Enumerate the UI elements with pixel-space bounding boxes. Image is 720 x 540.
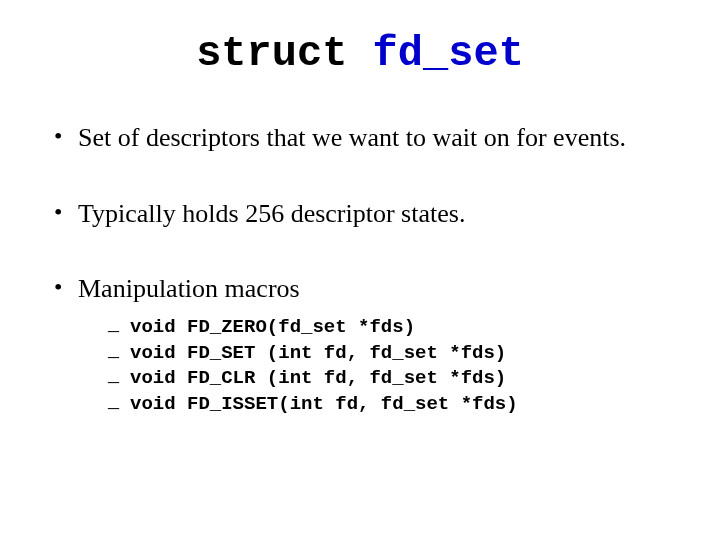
title-keyword: struct — [196, 30, 347, 78]
bullet-item: Typically holds 256 descriptor states. — [50, 198, 670, 230]
macro-list: void FD_ZERO(fd_set *fds) void FD_SET (i… — [78, 315, 670, 418]
title-identifier: fd_set — [373, 30, 524, 78]
macro-item: void FD_ISSET(int fd, fd_set *fds) — [108, 392, 670, 418]
macro-item: void FD_SET (int fd, fd_set *fds) — [108, 341, 670, 367]
slide-title: struct fd_set — [50, 30, 670, 78]
bullet-text: Manipulation macros — [78, 274, 300, 303]
bullet-text: Set of descriptors that we want to wait … — [78, 123, 626, 152]
bullet-text: Typically holds 256 descriptor states. — [78, 199, 465, 228]
bullet-item: Manipulation macros void FD_ZERO(fd_set … — [50, 273, 670, 417]
bullet-item: Set of descriptors that we want to wait … — [50, 122, 670, 154]
macro-item: void FD_CLR (int fd, fd_set *fds) — [108, 366, 670, 392]
bullet-list: Set of descriptors that we want to wait … — [50, 122, 670, 418]
macro-item: void FD_ZERO(fd_set *fds) — [108, 315, 670, 341]
slide: struct fd_set Set of descriptors that we… — [0, 0, 720, 540]
